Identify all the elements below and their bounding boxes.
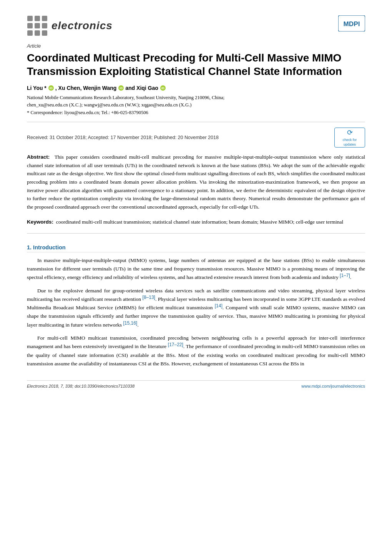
header: electronics MDPI <box>27 15 365 36</box>
svg-rect-1 <box>35 16 40 21</box>
author-liyou: Li You * <box>27 85 47 91</box>
affiliation-line2: chen_xu@seu.edu.cn (X.C.); wangwj@seu.ed… <box>27 101 365 109</box>
footer: Electronics 2018, 7, 338; doi:10.3390/el… <box>27 380 365 388</box>
check-updates-badge[interactable]: ⟳ check for updates <box>334 128 365 148</box>
affiliation-line1: National Mobile Communications Research … <box>27 94 365 101</box>
logo-area: electronics <box>27 15 113 36</box>
intro-section-header: 1. Introduction <box>27 244 365 252</box>
orcid-icon-xiqi: iD <box>160 85 166 91</box>
svg-rect-0 <box>27 16 33 21</box>
footer-url: www.mdpi.com/journal/electronics <box>301 384 365 388</box>
logo-text: electronics <box>51 20 113 32</box>
orcid-icon-wenjin: iD <box>118 85 124 91</box>
ref-8-13: [8–13] <box>143 294 155 300</box>
abstract-section: Abstract: This paper considers coordinat… <box>27 153 365 211</box>
electronics-logo-icon <box>27 15 48 36</box>
divider-2 <box>27 233 365 234</box>
ref-14: [14] <box>215 303 223 309</box>
svg-rect-2 <box>42 16 47 21</box>
intro-para2: Due to the explosive demand for group-or… <box>27 287 365 329</box>
svg-rect-7 <box>35 30 40 36</box>
svg-rect-4 <box>35 23 40 28</box>
dates-text: Received: 31 October 2018; Accepted: 17 … <box>27 135 219 140</box>
affiliations: National Mobile Communications Research … <box>27 94 365 116</box>
paper-title: Coordinated Multicast Precoding for Mult… <box>27 51 365 78</box>
svg-rect-6 <box>27 30 33 36</box>
svg-rect-3 <box>27 23 33 28</box>
intro-para3: For multi-cell MIMO multicast transmissi… <box>27 334 365 368</box>
abstract-body: This paper considers coordinated multi-c… <box>27 154 365 210</box>
article-label: Article <box>27 43 365 49</box>
dates-row: Received: 31 October 2018; Accepted: 17 … <box>27 128 365 148</box>
correspondence: * Correspondence: liyou@seu.edu.cn; Tel.… <box>27 109 365 116</box>
keywords-label: Keywords: <box>27 219 53 225</box>
author-sep1: , Xu Chen, Wenjin Wang <box>55 85 116 91</box>
divider-1 <box>27 122 365 122</box>
intro-para1: In massive multiple-input-multiple-outpu… <box>27 256 365 282</box>
abstract-text: Abstract: This paper considers coordinat… <box>27 153 365 211</box>
page: electronics MDPI Article Coordinated Mul… <box>0 0 392 554</box>
keywords-text: Keywords: coordinated multi-cell multica… <box>27 218 365 226</box>
refresh-icon: ⟳ <box>347 128 353 137</box>
check-updates-line1: check for <box>343 138 357 143</box>
keywords-section: Keywords: coordinated multi-cell multica… <box>27 218 365 226</box>
orcid-icon-liyou: iD <box>48 85 54 91</box>
svg-text:MDPI: MDPI <box>344 20 360 28</box>
keywords-body: coordinated multi-cell multicast transmi… <box>56 219 344 225</box>
authors: Li You * iD , Xu Chen, Wenjin Wang iD an… <box>27 85 365 91</box>
author-sep2: and Xiqi Gao <box>125 85 158 91</box>
svg-rect-5 <box>42 23 47 28</box>
check-updates-line2: updates <box>344 143 356 147</box>
ref-17-22: [17–22] <box>168 342 183 347</box>
ref-1-7: [1–7] <box>340 273 350 278</box>
footer-citation: Electronics 2018, 7, 338; doi:10.3390/el… <box>27 384 135 388</box>
mdpi-logo: MDPI <box>338 15 365 32</box>
ref-15-16: [15,16] <box>123 320 137 325</box>
abstract-label: Abstract: <box>27 154 50 160</box>
svg-rect-8 <box>42 30 47 36</box>
